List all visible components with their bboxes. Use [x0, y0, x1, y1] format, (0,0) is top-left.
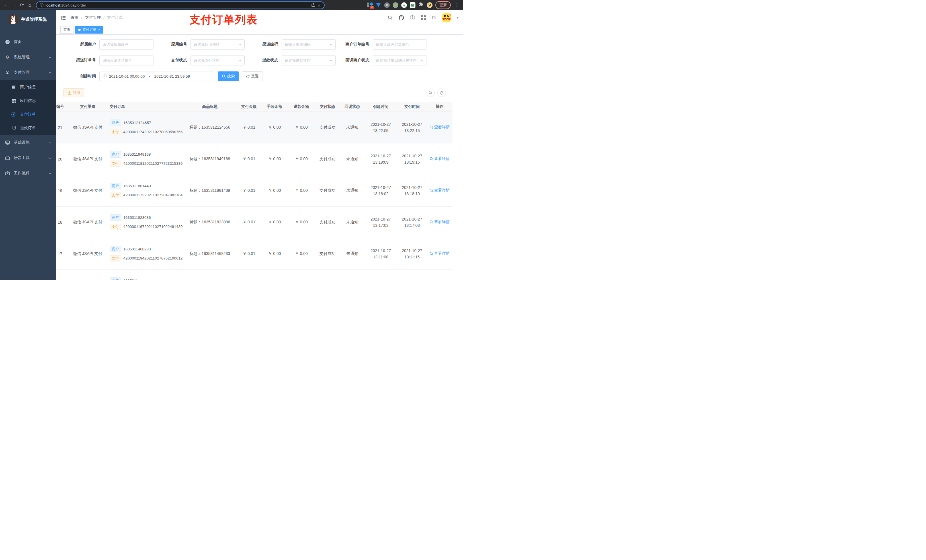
merchant-order-no: 1635311881440 — [123, 184, 151, 188]
reset-button[interactable]: 重置 — [242, 71, 263, 81]
refresh-table-button[interactable] — [437, 89, 446, 97]
cell-id: 17 — [56, 238, 69, 269]
merchant-order-no: 1635311823086 — [123, 216, 151, 220]
cell-pay-order: 商户 1635311949168 支付 42000011812021102777… — [106, 143, 183, 175]
sidebar: 芋道管理系统 首页 ⚙ 系统管理 ¥ 支付管理 — [0, 10, 56, 280]
extension-y-icon[interactable]: y — [401, 2, 407, 8]
document-copy-icon — [11, 126, 17, 130]
browser-menu-icon[interactable]: ⋮ — [454, 3, 460, 8]
date-range-input[interactable]: 2021-10-01 00:00:00 - 2021-10-31 23:59:5… — [99, 71, 213, 82]
cell-notify: 未通知 — [340, 206, 364, 238]
payment-submenu: 商户信息 应用信息 ¥ 支付订单 退款订单 — [0, 80, 56, 135]
sidebar-item-label: 基础设施 — [14, 140, 30, 145]
cell-id — [56, 269, 69, 280]
view-detail-link[interactable]: 查看详情 — [430, 251, 449, 256]
sidebar-item-app-info[interactable]: 应用信息 — [0, 94, 56, 107]
show-search-button[interactable] — [426, 89, 435, 97]
tab-bar: 首页 支付订单 × — [56, 25, 463, 35]
cell-amount — [237, 269, 261, 280]
tab-close-icon[interactable]: × — [98, 28, 100, 32]
filter-row-1: 所属商户 应用编号 渠道编码 商户订单编号 — [56, 39, 463, 50]
merchant-tag: 商户 — [110, 183, 121, 189]
fullscreen-icon[interactable] — [421, 15, 426, 20]
cell-fee — [261, 269, 288, 280]
user-avatar[interactable] — [442, 14, 451, 22]
sidebar-item-home[interactable]: 首页 — [0, 34, 56, 50]
refresh-icon[interactable]: ⟳ — [18, 2, 26, 9]
cell-pay-order: 商户 1635311468233 支付 42000011942021102767… — [106, 238, 183, 269]
home-icon[interactable]: ⌂ — [26, 2, 33, 9]
url-bar[interactable]: ⓘ localhost:1024/pay/order ☆ — [36, 2, 325, 9]
extension-gem-icon[interactable] — [375, 2, 381, 8]
cell-actions: 查看详情 — [427, 112, 452, 143]
profile-emoji-icon[interactable] — [427, 2, 433, 8]
cell-channel — [69, 269, 106, 280]
avatar-caret-icon[interactable]: ▾ — [457, 16, 458, 20]
cell-title: 标题：1635311949168 — [183, 143, 237, 175]
sidebar-item-label: 应用信息 — [20, 98, 36, 103]
app-title: 芋道管理系统 — [21, 17, 47, 22]
cell-id: 20 — [56, 143, 69, 175]
breadcrumb: 首页 / 支付管理 / 支付订单 — [71, 15, 123, 20]
github-icon[interactable] — [399, 15, 404, 21]
app-no-select[interactable] — [194, 42, 237, 47]
sidebar-collapse-icon[interactable] — [61, 15, 66, 20]
table-header-row: 编号 支付渠道 支付订单 商品标题 支付金额 手续金额 退款金额 支付状态 回调… — [56, 102, 452, 112]
sidebar-item-dev-tools[interactable]: 研发工具 — [0, 150, 56, 166]
view-detail-link[interactable]: 查看详情 — [430, 125, 449, 130]
sidebar-item-infrastructure[interactable]: 基础设施 — [0, 135, 56, 150]
back-icon[interactable]: ← — [3, 2, 11, 9]
pay-order-no: 4200001194202110276752100612 — [123, 256, 183, 260]
sidebar-item-pay-order[interactable]: ¥ 支付订单 — [0, 107, 56, 121]
notify-status-select[interactable] — [376, 58, 419, 63]
extensions-puzzle-icon[interactable] — [418, 2, 424, 8]
navbar-actions: ? TT ▾ — [388, 14, 458, 22]
merchant-order-no-input[interactable] — [376, 42, 424, 47]
channel-code-select[interactable] — [285, 42, 328, 47]
filter-app-no: 应用编号 — [157, 39, 248, 50]
extension-recorder-icon[interactable] — [393, 2, 398, 8]
extension-blocks-icon[interactable]: 10 — [367, 2, 373, 8]
cell-pay-order: 商户 1635311823086 支付 42000011672021102710… — [106, 206, 183, 238]
sidebar-item-workflow[interactable]: 工作流程 — [0, 166, 56, 181]
forward-icon[interactable]: → — [11, 2, 18, 9]
help-icon[interactable]: ? — [410, 15, 415, 20]
sidebar-item-system[interactable]: ⚙ 系统管理 — [0, 50, 56, 65]
filter-row-3: 创建时间 2021-10-01 00:00:00 - 2021-10-31 23… — [56, 71, 463, 82]
view-detail-link[interactable]: 查看详情 — [430, 219, 449, 225]
site-info-icon[interactable]: ⓘ — [40, 3, 44, 8]
tab-home[interactable]: 首页 — [61, 26, 73, 33]
sidebar-item-label: 商户信息 — [20, 85, 36, 90]
chevron-down-icon — [421, 59, 424, 62]
dashboard-icon — [5, 39, 10, 44]
bookmark-star-icon[interactable]: ☆ — [317, 3, 321, 8]
tab-pay-order[interactable]: 支付订单 × — [75, 26, 103, 33]
cell-title: 标题：1635311468233 — [183, 238, 237, 269]
gear-icon: ⚙ — [5, 54, 10, 60]
cell-title: 标题：1635312124656 — [183, 112, 237, 143]
search-icon[interactable] — [388, 15, 393, 20]
sidebar-item-payment[interactable]: ¥ 支付管理 — [0, 65, 56, 80]
search-button[interactable]: 搜索 — [218, 71, 239, 81]
breadcrumb-payment[interactable]: 支付管理 — [85, 15, 101, 20]
extension-chat-icon[interactable]: ··· — [410, 2, 415, 8]
breadcrumb-home[interactable]: 首页 — [71, 15, 79, 20]
refund-status-select[interactable] — [285, 58, 328, 63]
update-button[interactable]: 更新 — [436, 1, 451, 9]
cell-status: 支付成功 — [315, 143, 340, 175]
pay-status-select[interactable] — [194, 58, 237, 63]
extension-command-icon[interactable]: ⌘ — [384, 2, 390, 8]
view-detail-link[interactable]: 查看详情 — [430, 156, 449, 162]
view-detail-link[interactable]: 查看详情 — [430, 188, 449, 193]
yen-icon: ¥ — [5, 70, 10, 75]
share-icon[interactable] — [312, 3, 315, 8]
sidebar-item-merchant-info[interactable]: 商户信息 — [0, 80, 56, 94]
merchant-select[interactable] — [103, 42, 150, 47]
channel-order-no-input[interactable] — [103, 58, 150, 63]
font-size-icon[interactable]: TT — [432, 15, 437, 20]
export-button[interactable]: 导出 — [64, 88, 84, 97]
sidebar-item-refund-order[interactable]: 退款订单 — [0, 121, 56, 135]
date-start: 2021-10-01 00:00:00 — [109, 74, 145, 78]
chevron-up-icon — [48, 72, 51, 74]
cell-created-time: 2021-10-27 13:11:08 — [364, 238, 397, 269]
